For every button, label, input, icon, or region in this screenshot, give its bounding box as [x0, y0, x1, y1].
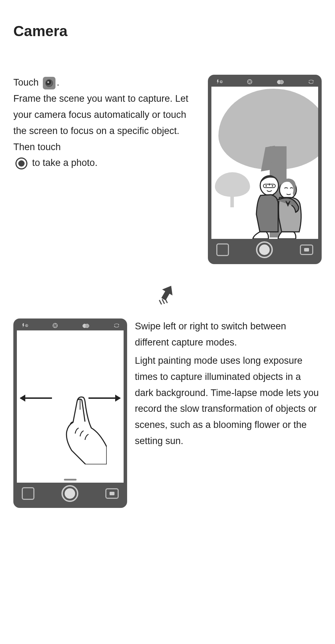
video-button [105, 488, 119, 499]
aperture-icon [246, 79, 253, 84]
instruction-text-2: Swipe left or right to switch between di… [135, 318, 322, 451]
svg-point-5 [272, 185, 273, 187]
instruction-body: Frame the scene you want to capture. Let… [13, 93, 188, 152]
modes-description: Light painting mode uses long exposure t… [135, 353, 322, 449]
video-button [300, 244, 313, 255]
phone-illustration-1: A [208, 75, 322, 264]
flash-auto-icon: A [215, 79, 223, 84]
camera-app-icon [43, 77, 55, 89]
svg-point-12 [53, 323, 58, 328]
svg-line-11 [158, 300, 163, 304]
shutter-button [61, 485, 78, 502]
svg-point-0 [248, 80, 252, 84]
camera-topbar: A [211, 78, 318, 87]
couple-illustration [243, 169, 313, 239]
shutter-icon [15, 157, 27, 169]
swipe-instruction: Swipe left or right to switch between di… [135, 318, 322, 351]
shutter-button [256, 241, 273, 258]
viewfinder-swipe [17, 330, 124, 483]
swipe-left-arrow-icon [20, 397, 52, 399]
section-swipe-modes: A [13, 318, 322, 508]
flash-auto-icon: A [20, 323, 29, 328]
instruction-text-1: Touch . Frame the scene you want to capt… [13, 75, 197, 264]
instruction-tail: to take a photo. [29, 157, 98, 168]
camera-bottombar [17, 483, 124, 504]
aperture-icon [52, 323, 59, 328]
svg-point-4 [265, 185, 267, 187]
section-take-photo: Touch . Frame the scene you want to capt… [13, 75, 322, 264]
viewfinder-scene [211, 87, 318, 239]
camera-bottombar [211, 239, 318, 261]
touch-label: Touch [13, 77, 39, 88]
filter-icon [276, 79, 285, 84]
phone-illustration-2: A [13, 318, 127, 508]
switch-camera-icon [308, 79, 315, 84]
switch-camera-icon [113, 323, 120, 328]
gallery-button [22, 487, 34, 500]
hand-gesture-icon [58, 394, 107, 464]
filter-icon [82, 323, 90, 328]
page-title: Camera [13, 23, 322, 40]
camera-topbar: A [17, 322, 124, 330]
gallery-button [216, 243, 229, 256]
mode-indicator [64, 479, 77, 481]
arrow-divider [13, 280, 322, 304]
